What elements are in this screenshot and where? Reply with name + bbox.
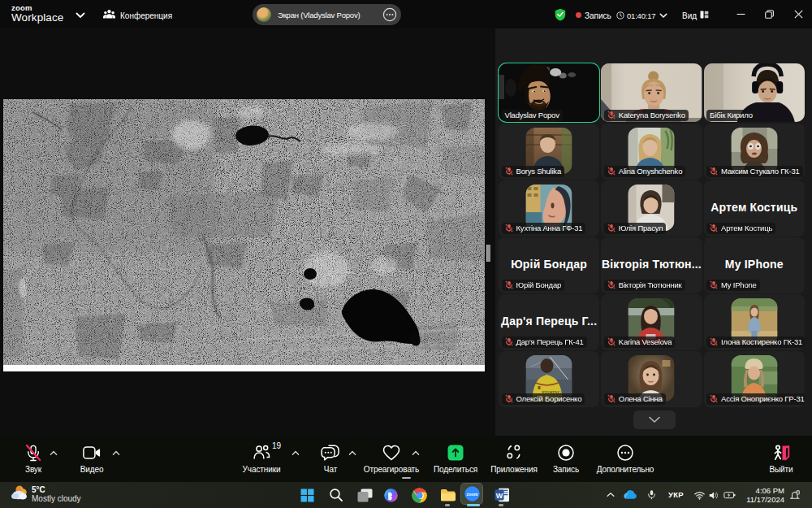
svg-text:W: W — [496, 492, 503, 500]
svg-text:zoom: zoom — [466, 492, 477, 497]
svg-text:31: 31 — [797, 491, 800, 494]
